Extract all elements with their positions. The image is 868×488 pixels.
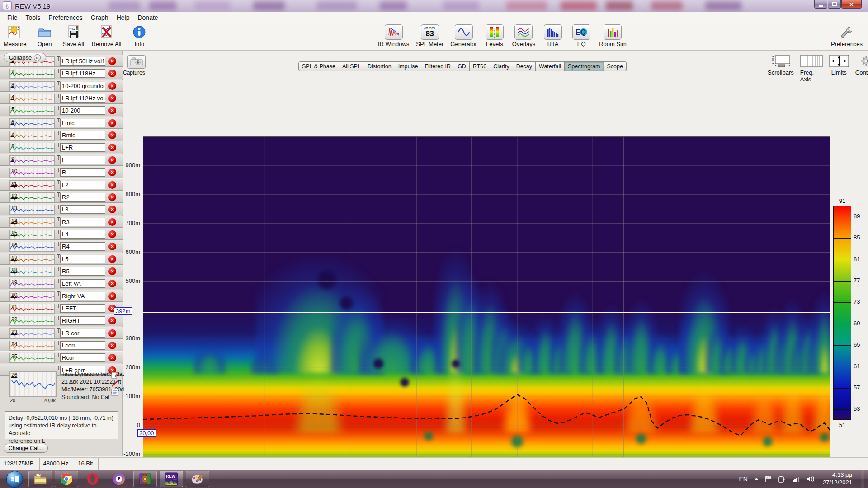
measurement-delete-button[interactable]: ✕ xyxy=(108,82,116,90)
measurement-row[interactable]: 19 Ta ✕ xyxy=(0,277,123,289)
overlays-button[interactable]: Overlays xyxy=(512,24,535,47)
room-sim-button[interactable]: Room Sim xyxy=(599,24,627,47)
measurement-row[interactable]: 7 Ta ✕ xyxy=(0,129,123,141)
volume-icon[interactable] xyxy=(806,475,815,483)
save-all-button[interactable]: Save All xyxy=(63,24,85,47)
measurement-delete-button[interactable]: ✕ xyxy=(108,70,116,77)
menu-preferences[interactable]: Preferences xyxy=(45,13,86,22)
action-center-flag-icon[interactable] xyxy=(765,475,772,483)
rta-button[interactable]: RTA xyxy=(542,24,564,47)
spl-meter-button[interactable]: dB SPL83 SPL Meter xyxy=(416,24,443,47)
measurement-name-input[interactable] xyxy=(60,143,105,152)
taskbar-avast-browser[interactable] xyxy=(107,471,131,487)
measurement-row[interactable]: 9 Ta ✕ xyxy=(0,154,123,166)
power-plug-icon[interactable] xyxy=(778,475,786,483)
measurement-row[interactable]: 13 Ta ✕ xyxy=(0,203,123,215)
measurement-name-input[interactable] xyxy=(60,181,105,189)
preferences-button[interactable]: Preferences xyxy=(831,24,863,47)
measurement-row[interactable]: 22 Ta ✕ xyxy=(0,314,123,326)
measurement-delete-button[interactable]: ✕ xyxy=(108,243,116,250)
collapse-panel-button[interactable]: Collapse« xyxy=(4,53,46,62)
taskbar-winrar[interactable] xyxy=(133,471,157,487)
graph-tab[interactable]: Decay xyxy=(513,61,536,71)
measurement-delete-button[interactable]: ✕ xyxy=(108,131,116,139)
taskbar-opera[interactable] xyxy=(81,471,104,487)
freq-axis-button[interactable]: Freq. Axis xyxy=(800,54,823,83)
measurement-name-input[interactable] xyxy=(60,267,105,276)
x-axis-cursor-marker[interactable]: 20,00 xyxy=(137,429,156,437)
measurement-row[interactable]: 6 Ta ✕ xyxy=(0,117,123,129)
spectrogram-plot[interactable] xyxy=(143,136,830,483)
graph-tab[interactable]: Clarity xyxy=(490,61,513,71)
measurement-delete-button[interactable]: ✕ xyxy=(108,57,116,65)
measurement-delete-button[interactable]: ✕ xyxy=(108,354,116,361)
measurement-name-input[interactable] xyxy=(60,353,105,362)
measurement-name-input[interactable] xyxy=(60,316,105,325)
menu-tools[interactable]: Tools xyxy=(22,13,44,22)
measurement-delete-button[interactable]: ✕ xyxy=(108,230,116,238)
measurement-delete-button[interactable]: ✕ xyxy=(108,317,116,324)
graph-tab[interactable]: GD xyxy=(454,61,470,71)
measurement-name-input[interactable] xyxy=(60,193,105,202)
change-cal-button[interactable]: Change Cal... xyxy=(4,444,48,453)
measurement-delete-button[interactable]: ✕ xyxy=(108,267,116,275)
levels-button[interactable]: 0369 Levels xyxy=(484,24,505,47)
measurement-row[interactable]: 21 Ta ✕ xyxy=(0,302,123,314)
measurement-delete-button[interactable]: ✕ xyxy=(108,292,116,300)
measurement-delete-button[interactable]: ✕ xyxy=(108,342,116,349)
measurement-name-input[interactable] xyxy=(60,131,105,140)
graph-tab[interactable]: Impulse xyxy=(395,61,422,71)
scrollbars-button[interactable]: Scrollbars xyxy=(768,54,794,83)
taskbar-rew[interactable]: REWV5.1 xyxy=(160,471,183,487)
measurement-row[interactable]: 25 Ta ✕ xyxy=(0,351,123,363)
measurement-row[interactable]: 8 Ta ✕ xyxy=(0,141,123,153)
measurement-name-input[interactable] xyxy=(60,205,105,214)
y-axis-cursor-marker[interactable]: 392m xyxy=(114,307,132,315)
measurement-delete-button[interactable]: ✕ xyxy=(108,181,116,189)
controls-button[interactable]: Controls xyxy=(855,54,868,83)
measurement-name-input[interactable] xyxy=(60,57,105,66)
graph-tab[interactable]: SPL & Phase xyxy=(298,61,339,71)
hidden-icons-chevron[interactable] xyxy=(754,477,759,481)
open-button[interactable]: Open xyxy=(34,24,56,47)
measurement-name-input[interactable] xyxy=(60,218,105,226)
edit-notes-icon[interactable] xyxy=(111,371,118,379)
measurement-row[interactable]: 18 Ta ✕ xyxy=(0,265,123,277)
close-button[interactable]: × xyxy=(841,0,862,9)
taskbar-chrome[interactable] xyxy=(55,471,78,487)
measurement-name-input[interactable] xyxy=(60,230,105,239)
measurement-name-input[interactable] xyxy=(60,242,105,251)
taskbar-clock[interactable]: 4:13 μμ 27/12/2021 xyxy=(823,471,852,487)
measurement-delete-button[interactable]: ✕ xyxy=(108,218,116,226)
measurement-row[interactable]: 24 Ta ✕ xyxy=(0,339,123,351)
measurement-delete-button[interactable]: ✕ xyxy=(108,169,116,176)
language-indicator[interactable]: EN xyxy=(739,475,747,483)
measurement-row[interactable]: 2 Ta ✕ xyxy=(0,67,123,79)
info-button[interactable]: Info xyxy=(128,24,150,47)
measurement-row[interactable]: 20 Ta ✕ xyxy=(0,290,123,302)
measurement-name-input[interactable] xyxy=(60,156,105,164)
measurement-delete-button[interactable]: ✕ xyxy=(108,119,116,127)
graph-tab[interactable]: Filtered IR xyxy=(421,61,454,71)
measurement-delete-button[interactable]: ✕ xyxy=(108,193,116,201)
limits-button[interactable]: Limits xyxy=(829,54,849,83)
graph-tab[interactable]: Scope xyxy=(604,61,627,71)
start-button[interactable] xyxy=(6,471,23,488)
taskbar-paint[interactable] xyxy=(186,471,209,487)
maximize-button[interactable] xyxy=(828,0,841,9)
menu-file[interactable]: File xyxy=(4,13,21,22)
measurement-row[interactable]: 16 Ta ✕ xyxy=(0,240,123,252)
eq-button[interactable]: EQ EQ xyxy=(571,24,592,47)
measure-button[interactable]: Measure xyxy=(4,24,27,47)
measurement-row[interactable]: 15 Ta ✕ xyxy=(0,228,123,240)
measurement-name-input[interactable] xyxy=(60,255,105,263)
menu-graph[interactable]: Graph xyxy=(87,13,112,22)
measurement-name-input[interactable] xyxy=(60,119,105,127)
measurement-row[interactable]: 17 Ta ✕ xyxy=(0,253,123,265)
menu-donate[interactable]: Donate xyxy=(134,13,161,22)
trace-style-icon[interactable] xyxy=(111,380,118,387)
window-titlebar[interactable]: REW V5,19 × xyxy=(0,0,868,12)
measurement-row[interactable]: 11 Ta ✕ xyxy=(0,178,123,191)
measurement-delete-button[interactable]: ✕ xyxy=(108,329,116,337)
graph-tab[interactable]: Distortion xyxy=(364,61,395,71)
